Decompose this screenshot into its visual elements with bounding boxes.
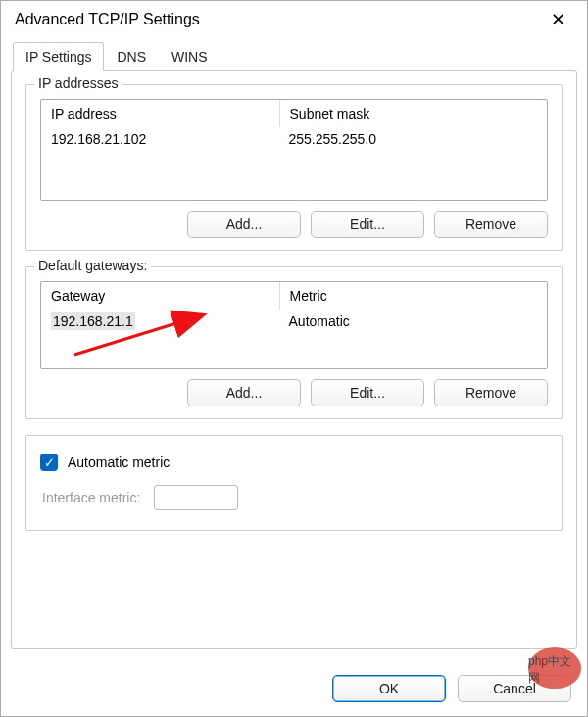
list-item[interactable]: 192.168.21.102 255.255.255.0 bbox=[41, 127, 547, 151]
cell-gateway: 192.168.21.1 bbox=[41, 310, 279, 333]
tab-strip: IP Settings DNS WINS bbox=[13, 42, 587, 71]
edit-ip-button[interactable]: Edit... bbox=[311, 211, 424, 238]
cancel-button[interactable]: Cancel bbox=[458, 675, 571, 702]
list-header: Gateway Metric bbox=[41, 282, 547, 310]
edit-gateway-button[interactable]: Edit... bbox=[311, 379, 424, 406]
remove-gateway-button[interactable]: Remove bbox=[434, 379, 548, 406]
cell-mask: 255.255.255.0 bbox=[279, 127, 547, 151]
column-header-gateway[interactable]: Gateway bbox=[41, 282, 279, 310]
dialog-footer: OK Cancel bbox=[332, 675, 571, 702]
ok-button[interactable]: OK bbox=[332, 675, 446, 702]
ip-addresses-list[interactable]: IP address Subnet mask 192.168.21.102 25… bbox=[40, 99, 548, 201]
list-header: IP address Subnet mask bbox=[41, 100, 547, 127]
tab-label: IP Settings bbox=[25, 49, 91, 65]
dialog-window: Advanced TCP/IP Settings ✕ IP Settings D… bbox=[0, 0, 588, 717]
ip-button-row: Add... Edit... Remove bbox=[40, 211, 548, 238]
group-legend: Default gateways: bbox=[34, 258, 151, 273]
tab-wins[interactable]: WINS bbox=[159, 42, 220, 71]
cell-metric: Automatic bbox=[279, 310, 547, 333]
gateways-group: Default gateways: Gateway Metric 192.168… bbox=[25, 266, 563, 419]
list-item[interactable]: 192.168.21.1 Automatic bbox=[41, 310, 547, 333]
gw-button-row: Add... Edit... Remove bbox=[40, 379, 548, 406]
group-legend: IP addresses bbox=[34, 75, 122, 91]
column-header-metric[interactable]: Metric bbox=[279, 282, 547, 310]
tab-ip-settings[interactable]: IP Settings bbox=[13, 42, 104, 71]
auto-metric-row[interactable]: ✓ Automatic metric bbox=[40, 454, 548, 471]
add-gateway-button[interactable]: Add... bbox=[187, 379, 301, 406]
titlebar: Advanced TCP/IP Settings ✕ bbox=[1, 1, 587, 36]
add-ip-button[interactable]: Add... bbox=[187, 211, 301, 238]
tab-label: DNS bbox=[117, 49, 146, 65]
column-header-mask[interactable]: Subnet mask bbox=[279, 100, 547, 127]
auto-metric-label: Automatic metric bbox=[68, 454, 170, 470]
tab-panel-ip-settings: IP addresses IP address Subnet mask 192.… bbox=[11, 70, 577, 649]
checkbox-checked-icon[interactable]: ✓ bbox=[40, 454, 58, 471]
interface-metric-input bbox=[154, 485, 238, 510]
remove-ip-button[interactable]: Remove bbox=[434, 211, 548, 238]
column-header-ip[interactable]: IP address bbox=[41, 100, 279, 127]
interface-metric-label: Interface metric: bbox=[42, 490, 140, 505]
close-icon[interactable]: ✕ bbox=[543, 9, 573, 30]
window-title: Advanced TCP/IP Settings bbox=[15, 11, 200, 28]
ip-addresses-group: IP addresses IP address Subnet mask 192.… bbox=[25, 84, 563, 251]
cell-ip: 192.168.21.102 bbox=[41, 127, 279, 151]
tab-dns[interactable]: DNS bbox=[104, 42, 159, 71]
metric-group: ✓ Automatic metric Interface metric: bbox=[25, 435, 563, 531]
gateways-list[interactable]: Gateway Metric 192.168.21.1 Automatic bbox=[40, 281, 548, 369]
tab-label: WINS bbox=[172, 49, 208, 65]
interface-metric-row: Interface metric: bbox=[42, 485, 548, 510]
